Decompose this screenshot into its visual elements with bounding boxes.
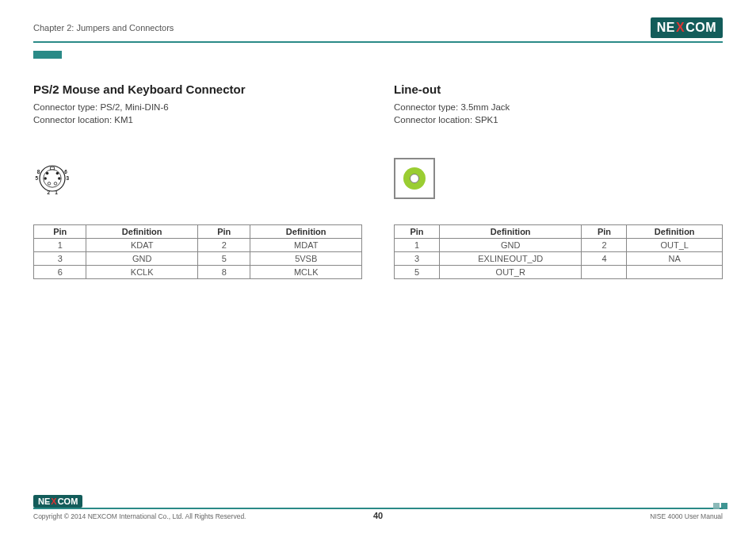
ps2-diagram: 8 6 5 3 2 1 — [33, 156, 362, 201]
th-pin: Pin — [582, 225, 627, 239]
svg-point-7 — [48, 182, 51, 186]
lineout-connector-location: Connector location: SPK1 — [394, 113, 723, 126]
table-row: 3 EXLINEOUT_JD 4 NA — [395, 252, 723, 266]
brand-logo: NEXCOM — [651, 17, 723, 38]
cell-def: NA — [627, 252, 723, 266]
cell-pin: 1 — [34, 239, 86, 252]
table-header-row: Pin Definition Pin Definition — [395, 225, 723, 239]
cell-pin: 8 — [197, 266, 250, 279]
pin-label-3: 3 — [67, 176, 70, 182]
cell-pin: 2 — [582, 239, 627, 252]
header-rule — [33, 41, 723, 43]
table-row: 5 OUT_R — [395, 266, 723, 279]
cell-pin — [582, 266, 627, 279]
cell-def: GND — [439, 239, 582, 252]
table-row: 6 KCLK 8 MCLK — [34, 266, 362, 279]
ps2-connector-icon: 8 6 5 3 2 1 — [33, 159, 71, 197]
content-columns: PS/2 Mouse and Keyboard Connector Connec… — [33, 82, 723, 279]
jack-hole — [410, 174, 419, 183]
pin-label-2: 2 — [48, 190, 51, 195]
lineout-connector-type: Connector type: 3.5mm Jack — [394, 101, 723, 113]
th-definition: Definition — [439, 225, 582, 239]
footer-decoration-icon — [712, 503, 727, 509]
cell-def: GND — [86, 252, 198, 266]
pin-label-1: 1 — [55, 190, 58, 195]
lineout-diagram — [394, 156, 723, 201]
cell-pin: 5 — [197, 252, 250, 266]
page: Chapter 2: Jumpers and Connectors NEXCOM… — [0, 0, 756, 533]
lineout-title: Line-out — [394, 82, 723, 96]
svg-point-3 — [46, 172, 49, 175]
cell-def: KCLK — [86, 266, 198, 279]
ps2-title: PS/2 Mouse and Keyboard Connector — [33, 82, 362, 96]
ps2-connector-type: Connector type: PS/2, Mini-DIN-6 — [33, 101, 362, 113]
pin-label-6: 6 — [64, 169, 67, 174]
cell-def: MDAT — [250, 239, 362, 252]
th-definition: Definition — [86, 225, 198, 239]
cell-pin: 1 — [395, 239, 440, 252]
footer: NEXCOM Copyright © 2014 NEXCOM Internati… — [33, 493, 723, 520]
audio-jack-icon — [394, 158, 435, 199]
svg-point-5 — [44, 177, 47, 180]
cell-def — [627, 266, 723, 279]
brand-text-left: NE — [657, 21, 675, 35]
lineout-pin-table: Pin Definition Pin Definition 1 GND 2 OU… — [394, 224, 723, 279]
svg-rect-2 — [51, 167, 55, 170]
svg-point-8 — [54, 182, 57, 186]
cell-pin: 5 — [395, 266, 440, 279]
footer-line: Copyright © 2014 NEXCOM International Co… — [33, 512, 723, 520]
jack-ring — [403, 167, 426, 190]
th-pin: Pin — [197, 225, 250, 239]
ps2-connector-location: Connector location: KM1 — [33, 113, 362, 126]
cell-pin: 3 — [395, 252, 440, 266]
copyright-text: Copyright © 2014 NEXCOM International Co… — [33, 512, 246, 520]
cell-def: OUT_R — [439, 266, 582, 279]
table-row: 1 GND 2 OUT_L — [395, 239, 723, 252]
header-bar: Chapter 2: Jumpers and Connectors NEXCOM — [33, 17, 723, 38]
brand-text-x: X — [676, 21, 685, 35]
ps2-pin-table: Pin Definition Pin Definition 1 KDAT 2 M… — [33, 224, 362, 279]
manual-name: NISE 4000 User Manual — [650, 512, 723, 520]
footer-brand-logo: NEXCOM — [33, 495, 82, 508]
chapter-label: Chapter 2: Jumpers and Connectors — [33, 23, 174, 33]
cell-def: EXLINEOUT_JD — [439, 252, 582, 266]
cell-def: OUT_L — [627, 239, 723, 252]
cell-def: 5VSB — [250, 252, 362, 266]
brand-text-right: COM — [58, 497, 78, 506]
section-tab — [33, 51, 62, 59]
brand-text-left: NE — [38, 497, 50, 506]
cell-pin: 4 — [582, 252, 627, 266]
pin-label-8: 8 — [37, 169, 40, 174]
table-header-row: Pin Definition Pin Definition — [34, 225, 362, 239]
cell-pin: 6 — [34, 266, 86, 279]
pin-label-5: 5 — [35, 176, 38, 182]
brand-text-x: X — [51, 497, 56, 506]
cell-pin: 3 — [34, 252, 86, 266]
svg-point-6 — [58, 177, 61, 180]
footer-rule — [33, 508, 723, 509]
table-row: 3 GND 5 5VSB — [34, 252, 362, 266]
th-definition: Definition — [627, 225, 723, 239]
th-pin: Pin — [34, 225, 86, 239]
ps2-column: PS/2 Mouse and Keyboard Connector Connec… — [33, 82, 362, 279]
cell-def: KDAT — [86, 239, 198, 252]
page-number: 40 — [373, 511, 383, 520]
cell-pin: 2 — [197, 239, 250, 252]
lineout-column: Line-out Connector type: 3.5mm Jack Conn… — [394, 82, 723, 279]
brand-text-right: COM — [685, 21, 716, 35]
th-pin: Pin — [395, 225, 440, 239]
th-definition: Definition — [250, 225, 362, 239]
svg-point-4 — [56, 172, 59, 175]
cell-def: MCLK — [250, 266, 362, 279]
table-row: 1 KDAT 2 MDAT — [34, 239, 362, 252]
